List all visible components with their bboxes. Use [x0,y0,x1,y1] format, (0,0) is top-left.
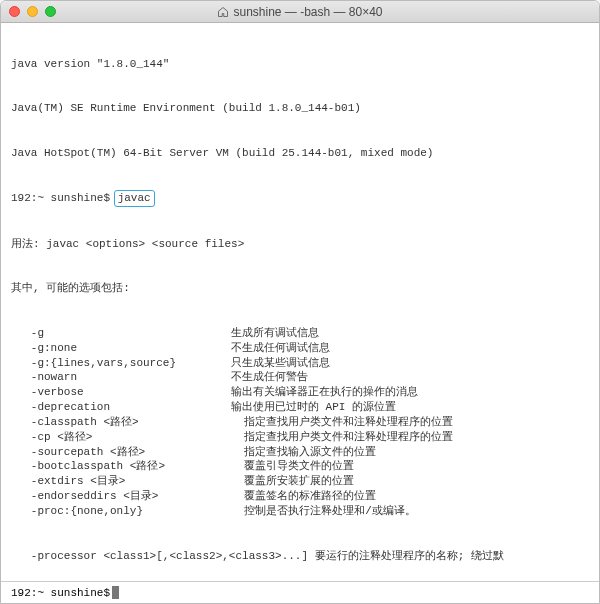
option-flag: -endorseddirs <目录> [11,489,231,504]
option-flag: -sourcepath <路径> [11,445,231,460]
output-line: java version "1.8.0_144" [11,57,589,72]
output-line: Java HotSpot(TM) 64-Bit Server VM (build… [11,146,589,161]
option-flag: -g [11,326,231,341]
option-desc: 生成所有调试信息 [231,326,319,341]
option-row: -endorseddirs <目录> 覆盖签名的标准路径的位置 [11,489,589,504]
option-desc: 覆盖所安装扩展的位置 [231,474,354,489]
option-row: -bootclasspath <路径> 覆盖引导类文件的位置 [11,459,589,474]
option-flag: -bootclasspath <路径> [11,459,231,474]
option-row: -nowarn不生成任何警告 [11,370,589,385]
prompt-text: 192:~ sunshine$ [11,587,110,599]
option-flag: -proc:{none,only} [11,504,231,519]
command-highlight: javac [114,190,155,207]
option-row: -extdirs <目录> 覆盖所安装扩展的位置 [11,474,589,489]
home-icon [217,6,229,18]
option-row: -proc:{none,only} 控制是否执行注释处理和/或编译。 [11,504,589,519]
option-flag: -nowarn [11,370,231,385]
option-row: -g:{lines,vars,source}只生成某些调试信息 [11,356,589,371]
option-desc: 只生成某些调试信息 [231,356,330,371]
option-desc: 不生成任何调试信息 [231,341,330,356]
option-desc: 覆盖签名的标准路径的位置 [231,489,376,504]
option-flag: -verbose [11,385,231,400]
output-line: 用法: javac <options> <source files> [11,237,589,252]
prompt-current[interactable]: 192:~ sunshine$ [1,581,599,603]
terminal-output[interactable]: java version "1.8.0_144" Java(TM) SE Run… [1,23,599,581]
terminal-window: sunshine — -bash — 80×40 java version "1… [0,0,600,604]
option-desc: 指定查找用户类文件和注释处理程序的位置 [231,430,453,445]
option-flag: -cp <路径> [11,430,231,445]
option-row: -verbose输出有关编译器正在执行的操作的消息 [11,385,589,400]
option-flag: -deprecation [11,400,231,415]
option-desc: 指定查找用户类文件和注释处理程序的位置 [231,415,453,430]
option-row: -cp <路径> 指定查找用户类文件和注释处理程序的位置 [11,430,589,445]
window-title-text: sunshine — -bash — 80×40 [233,5,382,19]
output-line: -processor <class1>[,<class2>,<class3>..… [11,549,589,564]
output-line: Java(TM) SE Runtime Environment (build 1… [11,101,589,116]
output-line: 其中, 可能的选项包括: [11,281,589,296]
option-flag: -g:none [11,341,231,356]
cursor-icon [112,586,119,599]
option-desc: 控制是否执行注释处理和/或编译。 [231,504,416,519]
option-desc: 输出有关编译器正在执行的操作的消息 [231,385,418,400]
prompt-line: 192:~ sunshine$ javac [11,190,589,207]
option-row: -classpath <路径> 指定查找用户类文件和注释处理程序的位置 [11,415,589,430]
option-row: -g:none不生成任何调试信息 [11,341,589,356]
option-flag: -g:{lines,vars,source} [11,356,231,371]
option-flag: -classpath <路径> [11,415,231,430]
option-row: -g生成所有调试信息 [11,326,589,341]
option-row: -deprecation输出使用已过时的 API 的源位置 [11,400,589,415]
option-flag: -extdirs <目录> [11,474,231,489]
option-desc: 输出使用已过时的 API 的源位置 [231,400,396,415]
option-row: -sourcepath <路径> 指定查找输入源文件的位置 [11,445,589,460]
window-title: sunshine — -bash — 80×40 [1,5,599,19]
prompt-prefix: 192:~ sunshine$ [11,192,117,204]
titlebar: sunshine — -bash — 80×40 [1,1,599,23]
option-desc: 不生成任何警告 [231,370,308,385]
option-desc: 覆盖引导类文件的位置 [231,459,354,474]
option-desc: 指定查找输入源文件的位置 [231,445,376,460]
